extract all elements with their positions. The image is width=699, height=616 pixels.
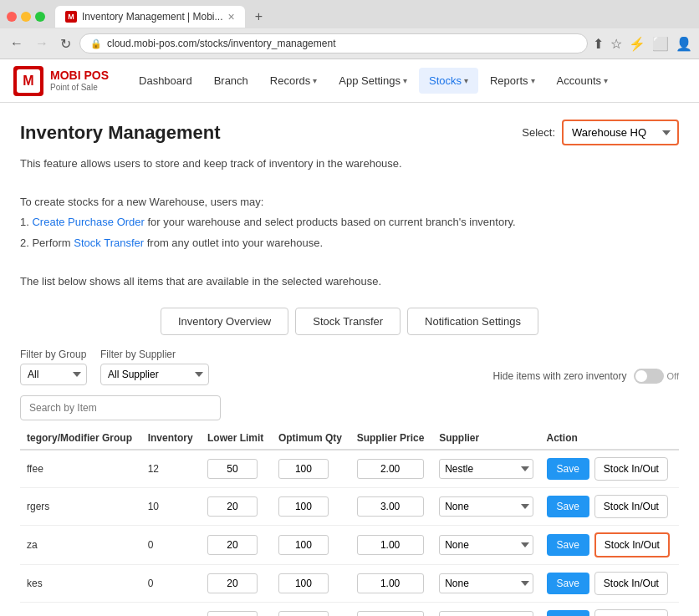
- notification-settings-button[interactable]: Notification Settings: [407, 308, 538, 335]
- cell-lower-limit-4[interactable]: [201, 602, 272, 616]
- optimum-qty-input-4[interactable]: [278, 611, 329, 616]
- save-button-2[interactable]: Save: [547, 534, 589, 556]
- supplier-select-3[interactable]: Nestle None: [439, 573, 533, 593]
- cell-optimum-qty-4[interactable]: [272, 602, 350, 616]
- stock-inout-button-0[interactable]: Stock In/Out: [594, 457, 668, 481]
- tab-close-button[interactable]: ×: [228, 10, 235, 23]
- cell-lower-limit-2[interactable]: [201, 525, 272, 564]
- cell-optimum-qty-3[interactable]: [272, 564, 350, 602]
- desc-line3: 1. Create Purchase Order for your wareho…: [20, 214, 679, 232]
- create-purchase-order-link[interactable]: Create Purchase Order: [32, 216, 144, 228]
- cell-optimum-qty-2[interactable]: [272, 525, 350, 564]
- bookmark-icon[interactable]: ☆: [610, 36, 622, 52]
- stocks-dropdown-icon: ▾: [464, 76, 468, 85]
- stock-inout-button-4[interactable]: Stock In/Out: [594, 609, 668, 616]
- page-title: Inventory Management: [20, 122, 221, 144]
- supplier-select-0[interactable]: Nestle None: [439, 459, 533, 479]
- action-cell-1: Save Stock In/Out: [547, 495, 673, 518]
- forward-button[interactable]: →: [32, 34, 52, 53]
- lower-limit-input-0[interactable]: [207, 459, 258, 479]
- appsettings-dropdown-icon: ▾: [403, 76, 407, 85]
- cell-lower-limit-0[interactable]: [201, 450, 272, 488]
- search-input[interactable]: [20, 395, 221, 420]
- nav-accounts[interactable]: Accounts ▾: [547, 68, 618, 94]
- stock-transfer-button[interactable]: Stock Transfer: [295, 308, 401, 335]
- supplier-price-input-1[interactable]: [357, 496, 424, 517]
- stock-inout-button-2[interactable]: Stock In/Out: [594, 532, 670, 557]
- cell-supplier-4[interactable]: Nestle None: [432, 602, 539, 616]
- lower-limit-input-1[interactable]: [207, 496, 258, 517]
- nav-stocks[interactable]: Stocks ▾: [419, 68, 478, 94]
- cell-supplier-price-0[interactable]: [350, 450, 433, 488]
- filter-supplier-select[interactable]: All Supplier Nestle None: [100, 364, 209, 385]
- supplier-price-input-2[interactable]: [357, 535, 424, 555]
- save-button-1[interactable]: Save: [547, 496, 589, 517]
- hide-zero-toggle[interactable]: Off: [634, 369, 679, 384]
- toggle-thumb: [635, 370, 647, 382]
- split-view-icon[interactable]: ⬜: [652, 36, 669, 52]
- optimum-qty-input-2[interactable]: [278, 535, 329, 555]
- app: M MOBI POS Point of Sale Dashboard Branc…: [0, 59, 699, 616]
- table-body: ffee 12 Nestle None Save Stock In/Out rg…: [20, 450, 679, 616]
- cell-supplier-2[interactable]: Nestle None: [432, 525, 539, 564]
- cell-supplier-0[interactable]: Nestle None: [432, 450, 539, 488]
- cell-supplier-price-1[interactable]: [350, 487, 433, 525]
- new-tab-button[interactable]: +: [248, 5, 269, 28]
- cell-group-4: kes: [20, 602, 141, 616]
- cell-lower-limit-1[interactable]: [201, 487, 272, 525]
- hide-zero-label: Hide items with zero inventory: [492, 370, 626, 382]
- minimize-window-button[interactable]: [21, 12, 31, 22]
- supplier-select-2[interactable]: Nestle None: [439, 535, 533, 555]
- cell-supplier-price-2[interactable]: [350, 525, 433, 564]
- traffic-lights: [7, 12, 45, 22]
- table-header: tegory/Modifier Group Inventory Lower Li…: [20, 427, 679, 450]
- cell-supplier-1[interactable]: Nestle None: [432, 487, 539, 525]
- inventory-overview-button[interactable]: Inventory Overview: [161, 308, 288, 335]
- toggle-track[interactable]: [634, 369, 664, 384]
- cell-optimum-qty-0[interactable]: [272, 450, 350, 488]
- optimum-qty-input-0[interactable]: [278, 459, 329, 479]
- cell-supplier-price-4[interactable]: [350, 602, 433, 616]
- save-button-3[interactable]: Save: [547, 573, 589, 594]
- filter-group-select[interactable]: All Coffee Burgers Pizza: [20, 364, 87, 385]
- optimum-qty-input-3[interactable]: [278, 573, 329, 593]
- cell-inventory-1: 10: [141, 487, 201, 525]
- extensions-icon[interactable]: ⚡: [629, 36, 645, 52]
- cell-supplier-price-3[interactable]: [350, 564, 433, 602]
- optimum-qty-input-1[interactable]: [278, 496, 329, 517]
- nav-dashboard[interactable]: Dashboard: [129, 68, 202, 94]
- nav-reports[interactable]: Reports ▾: [480, 68, 545, 94]
- stock-transfer-link[interactable]: Stock Transfer: [74, 237, 144, 249]
- url-bar[interactable]: 🔒 cloud.mobi-pos.com/stocks/inventory_ma…: [79, 33, 588, 53]
- cell-supplier-3[interactable]: Nestle None: [432, 564, 539, 602]
- supplier-price-input-0[interactable]: [357, 459, 424, 479]
- nav-records[interactable]: Records ▾: [260, 68, 327, 94]
- supplier-select-4[interactable]: Nestle None: [439, 611, 533, 616]
- maximize-window-button[interactable]: [35, 12, 45, 22]
- supplier-price-input-3[interactable]: [357, 573, 424, 593]
- lower-limit-input-4[interactable]: [207, 611, 258, 616]
- desc-line3-suffix: for your warehouse and select products b…: [145, 216, 516, 228]
- logo-icon: M: [13, 66, 43, 96]
- warehouse-select[interactable]: Warehouse HQ Branch 1 Branch 2: [562, 120, 679, 145]
- back-button[interactable]: ←: [7, 34, 27, 53]
- share-icon[interactable]: ⬆: [593, 36, 604, 52]
- save-button-0[interactable]: Save: [547, 458, 589, 480]
- stock-inout-button-3[interactable]: Stock In/Out: [594, 572, 668, 595]
- supplier-price-input-4[interactable]: [357, 611, 424, 616]
- stock-inout-button-1[interactable]: Stock In/Out: [594, 495, 668, 518]
- nav-app-settings[interactable]: App Settings ▾: [329, 68, 417, 94]
- cell-lower-limit-3[interactable]: [201, 564, 272, 602]
- lower-limit-input-2[interactable]: [207, 535, 258, 555]
- close-window-button[interactable]: [7, 12, 17, 22]
- active-tab[interactable]: M Inventory Management | Mobi... ×: [55, 6, 245, 28]
- reload-button[interactable]: ↻: [57, 34, 74, 53]
- nav-branch[interactable]: Branch: [204, 68, 258, 94]
- tab-bar: M Inventory Management | Mobi... × +: [0, 0, 699, 28]
- supplier-select-1[interactable]: Nestle None: [439, 496, 533, 517]
- lower-limit-input-3[interactable]: [207, 573, 258, 593]
- save-button-4[interactable]: Save: [547, 610, 589, 616]
- cell-optimum-qty-1[interactable]: [272, 487, 350, 525]
- profile-icon[interactable]: 👤: [676, 36, 692, 52]
- page-header: Inventory Management Select: Warehouse H…: [20, 120, 679, 145]
